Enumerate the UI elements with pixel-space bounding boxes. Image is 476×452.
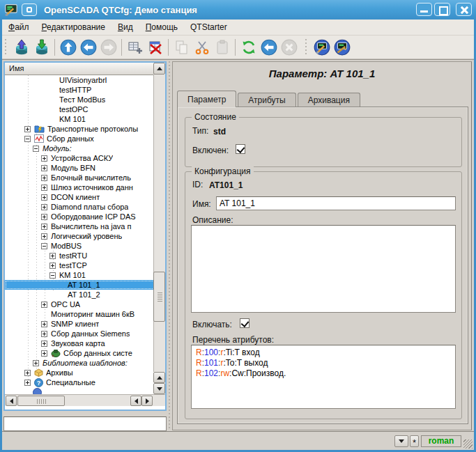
expander-icon[interactable] — [49, 272, 56, 279]
tab-parameter[interactable]: Параметр — [177, 91, 236, 107]
menu-help[interactable]: Помощь — [139, 20, 184, 34]
tree-hscroll-thumb[interactable] — [17, 396, 65, 406]
tree-item[interactable]: Тест ModBus — [5, 95, 155, 104]
close-button[interactable] — [456, 3, 472, 16]
tree-item-module[interactable]: Модуль: — [5, 143, 155, 153]
tree-item[interactable]: Оборудование ICP DAS — [5, 212, 155, 221]
expander-icon[interactable] — [24, 136, 31, 142]
tree-item-partial[interactable] — [5, 387, 155, 394]
tree-item-daq[interactable]: Сбор данных — [5, 134, 155, 143]
minimize-button[interactable] — [416, 3, 432, 16]
expander-icon[interactable] — [41, 321, 47, 327]
expander-icon[interactable] — [41, 350, 47, 357]
tree-item[interactable]: Блочный вычислитель — [5, 173, 155, 182]
tab-archiving[interactable]: Архивация — [298, 93, 360, 107]
expander-icon[interactable] — [41, 204, 47, 210]
tab-attributes[interactable]: Атрибуты — [238, 93, 295, 107]
name-input[interactable] — [216, 196, 456, 210]
tree-item[interactable]: testOPC — [5, 104, 155, 114]
paste-item-button[interactable] — [212, 38, 232, 57]
tree-item[interactable]: Diamond платы сбора — [5, 202, 155, 212]
go-up-button[interactable] — [58, 38, 78, 57]
attributes-editor[interactable]: R:100:r:Ti:T вход R:101:r:To:T выход R:1… — [191, 345, 456, 409]
tree-item[interactable]: KM 101 — [5, 114, 155, 124]
add-item-button[interactable] — [125, 38, 145, 57]
tree-item-specials[interactable]: ?Специальные — [5, 377, 155, 387]
tree-edit-input[interactable] — [3, 416, 167, 431]
expander-icon[interactable] — [41, 175, 47, 181]
tree-item[interactable]: DCON клиент — [5, 192, 155, 202]
tree-header-name[interactable]: Имя — [5, 63, 155, 75]
description-textarea[interactable] — [191, 225, 456, 313]
menu-qtstarter[interactable]: QTStarter — [184, 20, 233, 34]
tree-item-template-lib[interactable]: Библиотека шаблонов: — [5, 358, 155, 368]
expander-icon[interactable] — [24, 126, 31, 132]
qtstarter-configurator-button[interactable] — [312, 38, 332, 57]
tree-item[interactable]: Вычислитель на java п — [5, 221, 155, 231]
expander-icon[interactable] — [33, 146, 39, 152]
tree-hscroll-right-button[interactable] — [141, 396, 153, 406]
menu-edit[interactable]: Редактирование — [36, 20, 112, 34]
refresh-button[interactable] — [238, 38, 259, 57]
tree-item[interactable]: SNMP клиент — [5, 319, 155, 329]
go-back-button[interactable] — [78, 38, 98, 57]
expander-icon[interactable] — [41, 233, 47, 240]
start-updating-button[interactable] — [259, 38, 279, 57]
load-from-db-button[interactable] — [11, 38, 31, 57]
expander-icon[interactable] — [49, 263, 56, 269]
expander-icon[interactable] — [41, 224, 47, 230]
expander-icon[interactable] — [41, 302, 47, 308]
tree-item[interactable]: AT 101_2 — [5, 290, 155, 299]
tree-item-modbus[interactable]: ModBUS — [5, 241, 155, 251]
stop-updating-button[interactable] — [279, 38, 299, 57]
enabled-checkbox[interactable] — [236, 144, 245, 154]
tree-vscroll-up-button[interactable] — [153, 63, 165, 75]
tree-item[interactable]: Сбор данных Siemens — [5, 329, 155, 338]
tree-item-system-da[interactable]: Сбор данных систе — [5, 348, 155, 358]
expander-icon[interactable] — [41, 214, 47, 220]
expander-icon[interactable] — [33, 360, 39, 366]
tree-hscroll-left-button[interactable] — [6, 396, 17, 406]
tree-vscroll-track[interactable] — [153, 75, 165, 372]
menu-view[interactable]: Вид — [112, 20, 139, 34]
expander-icon[interactable] — [41, 155, 47, 162]
expander-icon[interactable] — [49, 253, 56, 259]
expander-icon[interactable] — [41, 243, 47, 249]
qtstarter-vision-button[interactable] — [332, 38, 352, 57]
tree-hscroll-left-button-2[interactable] — [130, 396, 141, 406]
user-badge[interactable]: roman — [421, 435, 461, 447]
copy-item-button[interactable] — [171, 38, 192, 57]
tree-item[interactable]: UIVisionyarbrl — [5, 75, 155, 85]
tree-item-transports[interactable]: Транспортные протоколы — [5, 124, 155, 134]
modified-indicator[interactable]: * — [410, 435, 419, 447]
tree-item-archives[interactable]: Архивы — [5, 368, 155, 377]
tree-item[interactable]: Звуковая карта — [5, 338, 155, 348]
tree-item[interactable]: testHTTP — [5, 85, 155, 95]
tree-item[interactable]: Устройства АСКУ — [5, 153, 155, 163]
tree-item-at101-1-selected[interactable]: AT 101_1 — [5, 280, 155, 290]
go-forward-button[interactable] — [98, 38, 118, 57]
expander-icon[interactable] — [24, 370, 31, 376]
toolbar-handle[interactable] — [305, 39, 309, 56]
tree-item[interactable]: Мониторинг машин 6кВ — [5, 309, 155, 319]
expander-icon[interactable] — [41, 341, 47, 347]
tree-item[interactable]: Логический уровень — [5, 231, 155, 241]
toolbar-handle[interactable] — [4, 39, 8, 56]
expander-icon[interactable] — [41, 331, 47, 337]
tree-vscroll-up-button-2[interactable] — [153, 372, 165, 383]
save-to-db-button[interactable] — [31, 38, 52, 57]
panel-splitter[interactable] — [167, 61, 172, 430]
status-dropdown-button[interactable] — [394, 435, 408, 447]
expander-icon[interactable] — [41, 194, 47, 201]
tree-hscroll[interactable] — [5, 394, 165, 406]
tree-vscroll-down-button[interactable] — [153, 383, 165, 394]
window-menu-icon[interactable] — [22, 3, 37, 16]
expander-icon[interactable] — [41, 165, 47, 171]
tree-item[interactable]: OPC UA — [5, 299, 155, 309]
resize-grip-icon[interactable] — [463, 439, 473, 449]
tree-item[interactable]: Шлюз источников данн — [5, 182, 155, 192]
delete-item-button[interactable] — [145, 38, 165, 57]
cut-item-button[interactable] — [192, 38, 212, 57]
expander-icon[interactable] — [24, 380, 31, 386]
tree-item[interactable]: Модуль BFN — [5, 163, 155, 173]
